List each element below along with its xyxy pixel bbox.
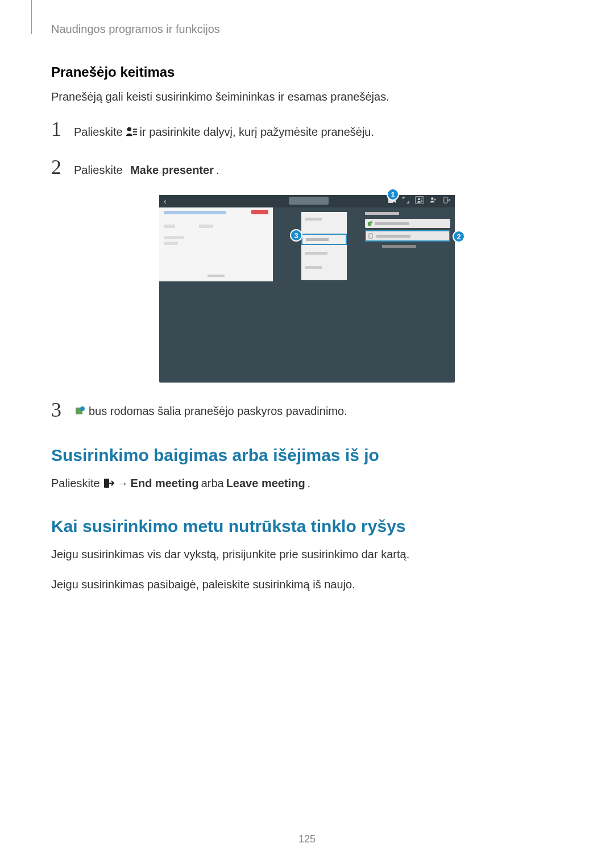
svg-point-17: [80, 406, 85, 411]
ss-mid-panel: [301, 212, 347, 280]
app-screenshot: ‹: [159, 195, 455, 383]
svg-rect-2: [132, 131, 136, 132]
step-2: 2 Palieskite Make presenter.: [51, 157, 563, 178]
step3-text: bus rodomas šalia pranešėjo paskyros pav…: [89, 403, 347, 419]
chapter-header: Naudingos programos ir funkcijos: [51, 23, 563, 36]
callout-3: 3: [290, 229, 302, 242]
expand-icon: [401, 196, 410, 204]
svg-point-5: [417, 198, 420, 200]
ss-right-panel: [365, 212, 450, 275]
intro-text: Pranešėją gali keisti susirinkimo šeimin…: [51, 89, 563, 105]
leave-meeting-label: Leave meeting: [226, 475, 305, 491]
arrow: →: [117, 475, 128, 491]
step2-text-a: Palieskite: [74, 162, 123, 178]
page-content: Naudingos programos ir funkcijos Pranešė…: [0, 0, 614, 592]
section2-body: Palieskite → End meeting arba Leave meet…: [51, 475, 563, 491]
svg-rect-11: [434, 200, 436, 200]
section3-p1: Jeigu susirinkimas vis dar vykstą, prisi…: [51, 546, 563, 562]
svg-point-0: [127, 127, 131, 131]
step-body: bus rodomas šalia pranešėjo paskyros pav…: [74, 403, 347, 419]
section-network-title: Kai susirinkimo metu nutrūksta tinklo ry…: [51, 517, 563, 536]
ss-mid-highlight: [301, 234, 347, 245]
step-body: Palieskite ir pasirinkite dalyvį, kurį p…: [74, 124, 374, 140]
ss-right-highlight: [365, 230, 450, 242]
step-number: 1: [51, 119, 74, 139]
make-presenter-label: Make presenter: [130, 162, 214, 178]
svg-rect-15: [369, 234, 372, 238]
step-number: 3: [51, 400, 74, 420]
s2-end: .: [308, 475, 311, 491]
exit-door-icon: [102, 477, 115, 489]
s2-text-a: Palieskite: [51, 475, 100, 491]
svg-rect-18: [104, 479, 109, 488]
presenter-badge-icon: [74, 405, 86, 417]
ss-topbar: ‹: [159, 195, 455, 207]
step-3: 3 bus rodomas šalia pranešėjo paskyros p…: [51, 400, 563, 420]
page-number: 125: [298, 833, 316, 845]
add-user-icon: [429, 196, 438, 204]
step2-text-c: .: [216, 162, 219, 178]
participants-toolbar-icon: [415, 196, 424, 204]
subheading-presenter-change: Pranešėjo keitimas: [51, 64, 563, 80]
svg-rect-6: [421, 198, 422, 199]
ss-left-panel: [159, 207, 273, 281]
step1-text-b: ir pasirinkite dalyvį, kurį pažymėsite p…: [140, 124, 374, 140]
screenshot-container: ‹: [51, 195, 563, 383]
svg-point-9: [431, 197, 433, 200]
s2-mid: arba: [201, 475, 224, 491]
step-number: 2: [51, 157, 74, 177]
ss-right-row1: [365, 219, 450, 228]
section3-p2: Jeigu susirinkimas pasibaigė, paleiskite…: [51, 576, 563, 592]
svg-point-14: [370, 221, 372, 223]
callout-2: 2: [453, 230, 465, 243]
section-end-meeting-title: Susirinkimo baigimas arba išėjimas iš jo: [51, 446, 563, 465]
svg-rect-3: [132, 134, 136, 135]
svg-rect-8: [421, 201, 422, 202]
ss-red-badge: [251, 210, 268, 214]
back-icon: ‹: [164, 197, 167, 206]
callout-1: 1: [387, 188, 399, 201]
participants-icon: [125, 126, 138, 138]
margin-line: [31, 0, 32, 34]
step-1: 1 Palieskite ir pasirinkite dalyvį, kurį…: [51, 119, 563, 140]
svg-rect-7: [421, 200, 422, 200]
step1-text-a: Palieskite: [74, 124, 123, 140]
step-body: Palieskite Make presenter.: [74, 162, 219, 178]
svg-rect-12: [444, 197, 447, 203]
svg-rect-1: [132, 129, 136, 130]
ss-top-button: [289, 197, 329, 205]
exit-icon: [442, 196, 451, 204]
end-meeting-label: End meeting: [131, 475, 199, 491]
